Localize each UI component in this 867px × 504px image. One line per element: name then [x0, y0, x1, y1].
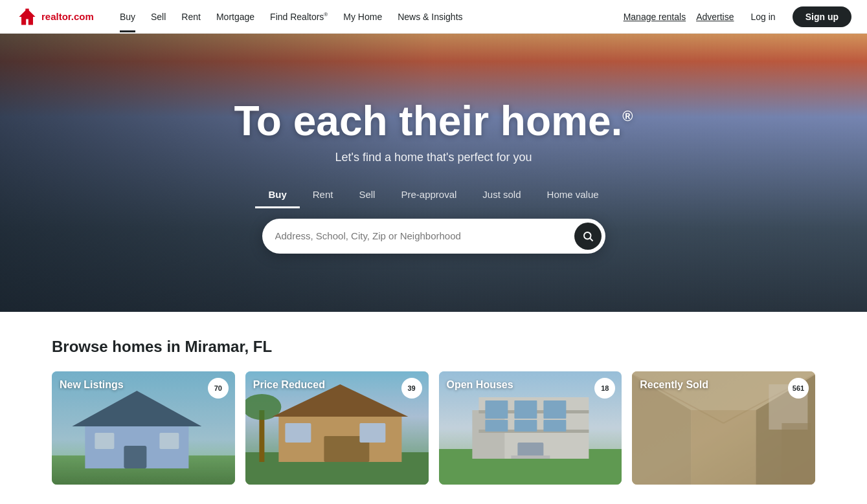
hero-tab-just-sold[interactable]: Just sold: [469, 182, 534, 208]
logo-text: realtor.com: [41, 11, 94, 22]
hero-subtitle: Let's find a home that's perfect for you: [335, 151, 532, 164]
search-icon: [582, 230, 594, 242]
nav-mortgage[interactable]: Mortgage: [208, 1, 262, 32]
nav-find-realtors[interactable]: Find Realtors®: [262, 1, 335, 32]
manage-rentals-link[interactable]: Manage rentals: [624, 12, 686, 22]
nav-rent[interactable]: Rent: [174, 1, 208, 32]
browse-grid: New Listings 70: [52, 371, 815, 485]
login-button[interactable]: Log in: [745, 8, 782, 26]
card-badge-open-houses: 18: [594, 378, 615, 399]
svg-line-4: [590, 238, 592, 241]
browse-card-open-houses[interactable]: Open Houses 18: [439, 371, 622, 485]
nav-buy[interactable]: Buy: [112, 1, 143, 32]
svg-rect-2: [25, 8, 28, 12]
hero-title: To each their home.®: [234, 98, 633, 144]
svg-point-3: [584, 232, 591, 239]
nav-sell[interactable]: Sell: [143, 1, 174, 32]
advertise-link[interactable]: Advertise: [696, 12, 734, 22]
hero-content: To each their home.® Let's find a home t…: [0, 34, 867, 312]
browse-section: Browse homes in Miramar, FL: [0, 312, 867, 504]
hero-search-bar: [262, 219, 605, 254]
search-button[interactable]: [574, 223, 602, 250]
logo-icon: [16, 5, 39, 28]
card-badge-new-listings: 70: [208, 378, 229, 399]
logo[interactable]: realtor.com: [16, 5, 94, 28]
hero-tab-pre-approval[interactable]: Pre-approval: [388, 182, 469, 208]
hero-tab-rent[interactable]: Rent: [300, 182, 346, 208]
card-label-price-reduced: Price Reduced: [253, 379, 325, 391]
browse-title: Browse homes in Miramar, FL: [52, 338, 815, 356]
navbar: realtor.com Buy Sell Rent Mortgage Find …: [0, 0, 867, 34]
nav-right: Manage rentals Advertise Log in Sign up: [624, 6, 851, 27]
card-badge-recently-sold: 561: [788, 378, 809, 399]
browse-card-new-listings[interactable]: New Listings 70: [52, 371, 235, 485]
hero-section: To each their home.® Let's find a home t…: [0, 34, 867, 312]
search-input[interactable]: [275, 230, 574, 241]
card-label-recently-sold: Recently Sold: [640, 379, 708, 391]
browse-card-price-reduced[interactable]: Price Reduced 39: [245, 371, 429, 485]
hero-tab-sell[interactable]: Sell: [346, 182, 388, 208]
hero-tab-buy[interactable]: Buy: [255, 182, 299, 208]
nav-my-home[interactable]: My Home: [335, 1, 390, 32]
signup-button[interactable]: Sign up: [793, 6, 851, 27]
card-label-open-houses: Open Houses: [447, 379, 513, 391]
nav-news-insights[interactable]: News & Insights: [390, 1, 470, 32]
hero-tab-home-value[interactable]: Home value: [534, 182, 612, 208]
hero-tabs: Buy Rent Sell Pre-approval Just sold Hom…: [255, 182, 611, 208]
card-badge-price-reduced: 39: [401, 378, 422, 399]
browse-card-recently-sold[interactable]: Recently Sold 561: [632, 371, 815, 485]
nav-links: Buy Sell Rent Mortgage Find Realtors® My…: [112, 1, 624, 32]
card-label-new-listings: New Listings: [60, 379, 124, 391]
